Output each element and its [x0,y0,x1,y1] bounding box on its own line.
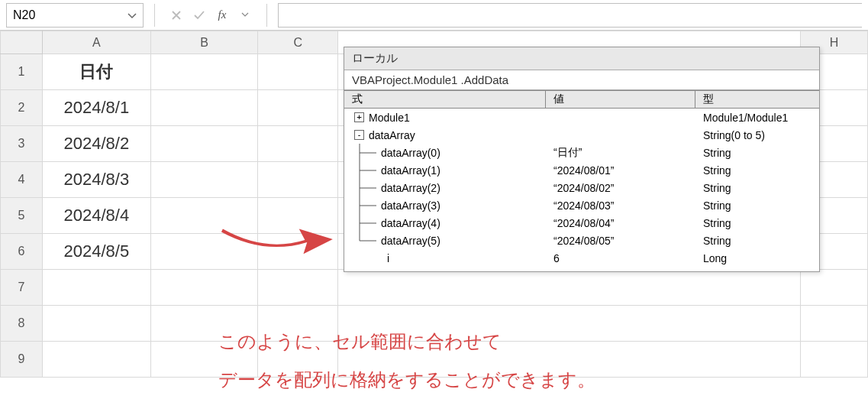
tree-branch-icon [352,161,381,179]
cell-A9[interactable] [42,342,150,378]
accept-icon[interactable] [193,9,205,21]
cell[interactable] [150,54,257,90]
locals-value: 6 [546,252,695,264]
locals-expression: +Module1 [344,112,546,124]
locals-expression-text: i [387,252,389,264]
locals-type: String [695,235,819,247]
formula-dropdown-icon[interactable] [239,9,251,21]
locals-value: “2024/08/02” [546,182,695,194]
locals-expression: dataArray(1) [344,161,546,179]
cell[interactable] [150,162,257,198]
cell-A1[interactable]: 日付 [42,54,150,90]
locals-row[interactable]: +Module1Module1/Module1 [344,109,819,126]
row-header[interactable]: 4 [1,162,43,198]
cell[interactable] [801,270,868,306]
name-box[interactable]: N20 [6,3,144,28]
annotation-line2: データを配列に格納をすることができます。 [218,361,595,399]
cell[interactable] [258,90,338,126]
locals-expression: i [344,252,546,264]
locals-row[interactable]: i6Long [344,249,819,267]
cell-A6[interactable]: 2024/8/5 [42,234,150,270]
locals-type: String [695,147,819,159]
column-header-B[interactable]: B [150,31,257,54]
column-header-C[interactable]: C [258,31,338,54]
locals-type: Long [695,252,819,264]
cell[interactable] [801,306,868,342]
locals-row[interactable]: dataArray(0)“日付”String [344,144,819,161]
locals-window: ローカル VBAProject.Module1 .AddData 式 値 型 +… [344,47,820,272]
locals-expression-text: dataArray(2) [381,182,440,194]
cell-A7[interactable] [42,270,150,306]
locals-value: “日付” [546,146,695,160]
column-header-A[interactable]: A [42,31,150,54]
row-header[interactable]: 8 [1,306,43,342]
locals-row[interactable]: -dataArrayString(0 to 5) [344,126,819,144]
row-header[interactable]: 9 [1,342,43,378]
divider [266,4,267,27]
cell[interactable] [258,162,338,198]
locals-value: “2024/08/04” [546,217,695,229]
locals-type: String [695,217,819,229]
locals-type: String(0 to 5) [695,129,819,141]
cell[interactable] [150,270,257,306]
locals-expression: dataArray(5) [344,232,546,249]
cell-A4[interactable]: 2024/8/3 [42,162,150,198]
cell[interactable] [150,90,257,126]
locals-expression-text: Module1 [369,112,410,124]
locals-expression: dataArray(4) [344,214,546,232]
locals-expression-text: dataArray(1) [381,164,440,177]
cell-A2[interactable]: 2024/8/1 [42,90,150,126]
row-header[interactable]: 5 [1,198,43,234]
select-all-corner[interactable] [1,31,43,54]
formula-bar: N20 fx [0,0,868,31]
cell[interactable] [801,342,868,378]
locals-value: “2024/08/01” [546,164,695,177]
divider [154,4,155,27]
locals-header-value[interactable]: 値 [546,91,695,108]
locals-header-row: 式 値 型 [344,90,819,109]
locals-expression-text: dataArray(4) [381,217,440,229]
locals-context: VBAProject.Module1 .AddData [344,70,819,90]
locals-expression-text: dataArray(0) [381,147,440,159]
cell-A5[interactable]: 2024/8/4 [42,198,150,234]
locals-header-expression[interactable]: 式 [344,91,546,108]
locals-row[interactable]: dataArray(3)“2024/08/03”String [344,196,819,214]
expand-icon[interactable]: + [354,112,364,122]
row-header[interactable]: 3 [1,126,43,162]
cell[interactable] [258,270,338,306]
formula-bar-buttons: fx [166,9,256,21]
locals-row[interactable]: dataArray(2)“2024/08/02”String [344,179,819,196]
name-box-dropdown-icon[interactable] [127,8,137,22]
locals-type: Module1/Module1 [695,112,819,124]
tree-branch-icon [352,144,381,161]
cell[interactable] [258,126,338,162]
cancel-icon[interactable] [170,9,182,21]
annotation-arrow [215,222,336,258]
cell-A8[interactable] [42,306,150,342]
locals-type: String [695,164,819,177]
collapse-icon[interactable]: - [354,130,364,140]
formula-input[interactable] [278,3,862,28]
locals-expression-text: dataArray(3) [381,199,440,212]
annotation-text: このように、セル範囲に合わせて データを配列に格納をすることができます。 [218,323,595,400]
locals-header-type[interactable]: 型 [695,91,819,108]
locals-expression: -dataArray [344,129,546,141]
cell[interactable] [258,54,338,90]
locals-body: +Module1Module1/Module1-dataArrayString(… [344,109,819,271]
row-header[interactable]: 7 [1,270,43,306]
locals-row[interactable]: dataArray(5)“2024/08/05”String [344,232,819,249]
locals-title: ローカル [344,47,819,70]
tree-branch-icon [352,196,381,214]
locals-value: “2024/08/05” [546,235,695,247]
tree-branch-icon [352,179,381,196]
tree-branch-icon [352,232,381,249]
cell-A3[interactable]: 2024/8/2 [42,126,150,162]
row-header[interactable]: 2 [1,90,43,126]
fx-icon[interactable]: fx [216,9,228,21]
locals-expression-text: dataArray(5) [381,235,440,247]
row-header[interactable]: 1 [1,54,43,90]
locals-row[interactable]: dataArray(1)“2024/08/01”String [344,161,819,179]
row-header[interactable]: 6 [1,234,43,270]
locals-row[interactable]: dataArray(4)“2024/08/04”String [344,214,819,232]
cell[interactable] [150,126,257,162]
